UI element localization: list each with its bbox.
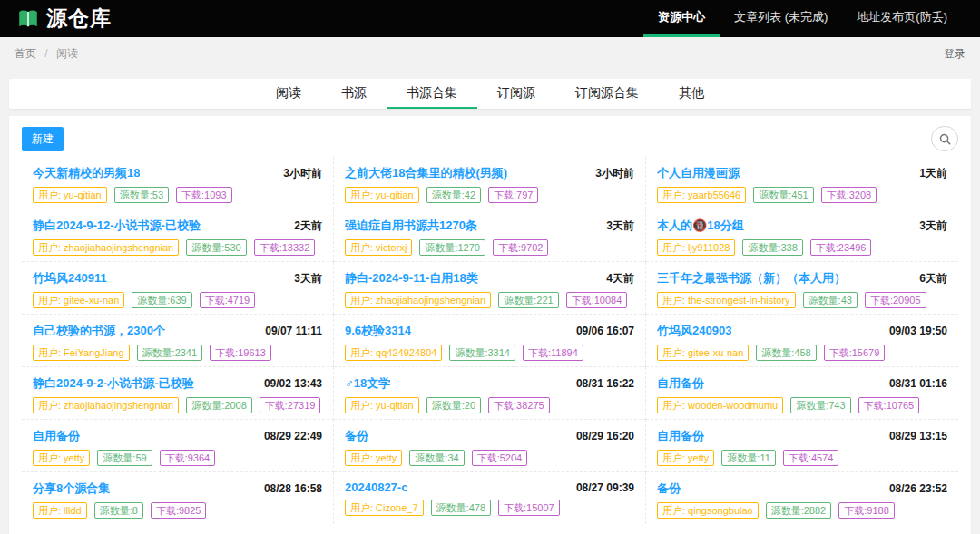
item-sources-tag: 源数量:8: [94, 502, 143, 519]
list-item[interactable]: 9.6校验3314 09/06 16:07 用户: qq424924804 源数…: [334, 315, 646, 367]
item-title[interactable]: 竹坞风240911: [33, 270, 107, 286]
item-title[interactable]: 静白2024-9-12-小说书源-已校验: [33, 218, 201, 234]
item-header: 20240827-c 08/27 09:39: [345, 481, 634, 494]
list-item[interactable]: 个人自用漫画源 1天前 用户: yaarb55646 源数量:451 下载:32…: [646, 157, 958, 209]
new-button[interactable]: 新建: [22, 127, 64, 151]
list-item[interactable]: 备份 08/29 16:20 用户: yetty 源数量:34 下载:5204: [334, 420, 646, 472]
item-user-tag: 用户: Cizone_7: [345, 500, 424, 516]
item-title[interactable]: 备份: [657, 481, 681, 497]
item-title[interactable]: ♂18文学: [345, 375, 390, 392]
item-downloads-tag: 下载:15007: [498, 500, 560, 516]
logo[interactable]: 源仓库: [16, 0, 112, 37]
item-sources-tag: 源数量:338: [742, 239, 802, 256]
tab-book-source[interactable]: 书源: [321, 79, 387, 109]
list-item[interactable]: 备份 08/26 23:52 用户: qingsongbulao 源数量:288…: [646, 472, 958, 524]
item-title[interactable]: 备份: [345, 428, 368, 444]
list-item[interactable]: 自用备份 08/29 13:15 用户: yetty 源数量:11 下载:457…: [646, 420, 958, 472]
list-item[interactable]: 自用备份 08/29 22:49 用户: yetty 源数量:59 下载:936…: [22, 420, 334, 472]
item-time: 3小时前: [283, 166, 322, 181]
item-user-tag: 用户: yetty: [345, 450, 402, 466]
item-tags: 用户: yu-qitian 源数量:20 下载:38275: [345, 397, 634, 413]
item-header: 强迫症自用书源共1270条 3天前: [345, 218, 634, 234]
item-time: 08/29 22:49: [264, 430, 322, 442]
nav-item-address-page[interactable]: 地址发布页(防丢): [842, 0, 962, 37]
item-title[interactable]: 个人自用漫画源: [657, 165, 740, 181]
list-item[interactable]: 之前大佬18合集里的精校(男频) 3小时前 用户: yu-qitian 源数量:…: [334, 157, 646, 209]
item-title[interactable]: 三千年之最强书源（新）（本人用）: [657, 270, 846, 286]
item-title[interactable]: 自用备份: [657, 428, 704, 444]
item-header: ♂18文学 08/31 16:22: [345, 375, 634, 392]
item-sources-tag: 源数量:34: [409, 450, 464, 466]
search-button[interactable]: [931, 126, 958, 151]
item-header: 分享8个源合集 08/28 16:58: [33, 481, 322, 497]
toolbar: 新建: [22, 126, 958, 151]
item-downloads-tag: 下载:3208: [821, 187, 877, 203]
list-item[interactable]: ♂18文学 08/31 16:22 用户: yu-qitian 源数量:20 下…: [334, 367, 646, 420]
item-time: 08/29 13:15: [889, 430, 947, 442]
item-title[interactable]: 自用备份: [33, 428, 80, 444]
item-header: 自用备份 08/29 13:15: [657, 428, 947, 444]
item-tags: 用户: Cizone_7 源数量:478 下载:15007: [345, 500, 634, 516]
nav-item-resource-center[interactable]: 资源中心: [643, 0, 720, 37]
tab-book-source-collection[interactable]: 书源合集: [387, 79, 477, 109]
list-item[interactable]: 静白-2024-9-11-自用18类 4天前 用户: zhaojiahaojin…: [334, 262, 646, 315]
list-item[interactable]: 静白2024-9-12-小说书源-已校验 2天前 用户: zhaojiahaoj…: [22, 209, 334, 262]
item-sources-tag: 源数量:221: [498, 292, 558, 308]
item-user-tag: 用户: yetty: [33, 450, 90, 466]
list-item[interactable]: 静白2024-9-2-小说书源-已校验 09/02 13:43 用户: zhao…: [22, 367, 334, 420]
item-header: 竹坞风240911 3天前: [33, 270, 322, 286]
item-downloads-tag: 下载:38275: [488, 397, 550, 413]
item-tags: 用户: llldd 源数量:8 下载:9825: [33, 502, 322, 519]
items-grid: 今天新精校的男频18 3小时前 用户: yu-qitian 源数量:53 下载:…: [22, 157, 958, 524]
item-time: 08/29 16:20: [576, 430, 634, 442]
nav-item-article-list[interactable]: 文章列表 (未完成): [720, 0, 842, 37]
list-item[interactable]: 三千年之最强书源（新）（本人用） 6天前 用户: the-strongest-i…: [646, 262, 958, 315]
search-icon: [938, 132, 952, 146]
list-item[interactable]: 自用备份 08/31 01:16 用户: wooden-woodmumu 源数量…: [646, 367, 958, 420]
item-title[interactable]: 20240827-c: [345, 481, 407, 494]
item-tags: 用户: gitee-xu-nan 源数量:639 下载:4719: [33, 292, 322, 308]
item-tags: 用户: yaarb55646 源数量:451 下载:3208: [657, 187, 947, 203]
list-item[interactable]: 本人的🔞18分组 3天前 用户: ljy911028 源数量:338 下载:23…: [646, 209, 958, 262]
item-time: 08/31 16:22: [576, 377, 634, 390]
item-time: 09/03 19:50: [889, 325, 947, 337]
item-title[interactable]: 强迫症自用书源共1270条: [345, 218, 477, 234]
breadcrumb: 首页 / 阅读: [15, 46, 78, 62]
login-link[interactable]: 登录: [944, 46, 965, 62]
item-title[interactable]: 自己校验的书源，2300个: [33, 323, 165, 339]
tab-subscription-source[interactable]: 订阅源: [477, 79, 555, 109]
item-title[interactable]: 之前大佬18合集里的精校(男频): [345, 165, 507, 181]
tab-reading[interactable]: 阅读: [256, 79, 321, 109]
item-title[interactable]: 本人的🔞18分组: [657, 218, 744, 234]
item-tags: 用户: yetty 源数量:34 下载:5204: [345, 450, 634, 466]
item-time: 3天前: [919, 218, 947, 234]
tabs: 阅读 书源 书源合集 订阅源 订阅源合集 其他: [256, 79, 724, 109]
item-header: 备份 08/29 16:20: [345, 428, 634, 444]
tab-other[interactable]: 其他: [659, 79, 724, 109]
item-title[interactable]: 竹坞风240903: [657, 323, 731, 339]
list-item[interactable]: 20240827-c 08/27 09:39 用户: Cizone_7 源数量:…: [334, 472, 646, 524]
list-item[interactable]: 自己校验的书源，2300个 09/07 11:11 用户: FeiYangJia…: [22, 315, 334, 367]
item-sources-tag: 源数量:20: [426, 397, 481, 413]
list-item[interactable]: 分享8个源合集 08/28 16:58 用户: llldd 源数量:8 下载:9…: [22, 472, 334, 524]
list-item[interactable]: 今天新精校的男频18 3小时前 用户: yu-qitian 源数量:53 下载:…: [22, 157, 334, 209]
item-time: 3天前: [606, 218, 634, 234]
item-title[interactable]: 分享8个源合集: [33, 481, 110, 497]
item-title[interactable]: 今天新精校的男频18: [33, 165, 140, 181]
list-item[interactable]: 竹坞风240911 3天前 用户: gitee-xu-nan 源数量:639 下…: [22, 262, 334, 315]
breadcrumb-row: 首页 / 阅读 登录: [0, 37, 980, 70]
item-title[interactable]: 静白2024-9-2-小说书源-已校验: [33, 375, 194, 392]
tab-subscription-source-collection[interactable]: 订阅源合集: [555, 79, 659, 109]
item-title[interactable]: 9.6校验3314: [345, 323, 411, 339]
breadcrumb-current: 阅读: [56, 47, 78, 60]
list-item[interactable]: 竹坞风240903 09/03 19:50 用户: gitee-xu-nan 源…: [646, 315, 958, 367]
item-title[interactable]: 静白-2024-9-11-自用18类: [345, 270, 478, 286]
item-time: 6天前: [919, 271, 947, 286]
breadcrumb-home-link[interactable]: 首页: [15, 47, 36, 60]
content-card: 新建 今天新精校的男频18 3小时前 用户: yu-qitian 源数量:53 …: [9, 116, 971, 534]
item-title[interactable]: 自用备份: [657, 375, 704, 392]
item-sources-tag: 源数量:451: [753, 187, 813, 203]
item-sources-tag: 源数量:743: [790, 397, 850, 413]
list-item[interactable]: 强迫症自用书源共1270条 3天前 用户: victorxj 源数量:1270 …: [334, 209, 646, 262]
item-user-tag: 用户: yaarb55646: [657, 187, 746, 203]
